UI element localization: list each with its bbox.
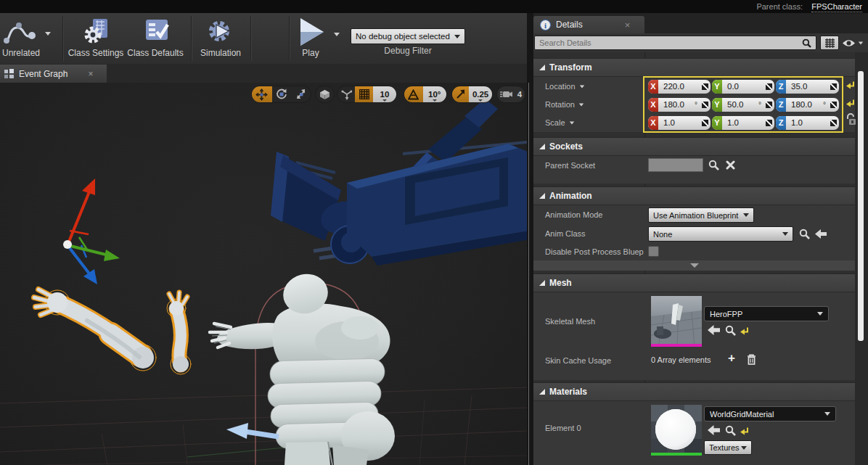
camera-speed-button[interactable] <box>497 86 515 102</box>
viewport-scene <box>0 83 527 465</box>
parent-class-value[interactable]: FPSCharacter <box>811 2 862 12</box>
rotation-snap-toggle[interactable] <box>404 86 423 102</box>
class-defaults-icon[interactable] <box>144 17 170 45</box>
details-scrollbar[interactable] <box>858 71 864 341</box>
transform-highlight-box <box>643 76 843 133</box>
section-materials[interactable]: Materials <box>533 382 855 401</box>
camera-mesh[interactable] <box>271 99 527 266</box>
scale-tool-button[interactable] <box>291 86 311 102</box>
anim-class-search-icon[interactable] <box>799 229 810 239</box>
unrelated-button[interactable]: Unrelated <box>0 48 42 58</box>
details-tab-close-icon[interactable]: × <box>625 20 631 30</box>
mesh-collapse-icon <box>539 280 545 286</box>
parent-socket-clear-icon[interactable] <box>726 160 735 170</box>
gizmo-z-arrow <box>70 248 91 276</box>
event-graph-icon <box>4 69 15 79</box>
view-options-button[interactable] <box>842 36 865 50</box>
skin-cache-delete-icon[interactable] <box>747 354 756 365</box>
tab-details[interactable]: i Details × <box>533 16 644 33</box>
display-options-button[interactable] <box>820 36 839 50</box>
gizmo-mode-group <box>251 86 311 103</box>
parent-socket-input[interactable] <box>648 158 703 172</box>
skeletal-use-selected-icon[interactable] <box>708 325 720 335</box>
skeletal-reset-icon[interactable] <box>740 326 749 335</box>
grid-snap-value-dropdown[interactable]: 10 <box>373 86 396 102</box>
play-dropdown-caret[interactable] <box>334 33 340 36</box>
skeletal-mesh-thumbnail[interactable] <box>651 296 702 347</box>
play-icon[interactable] <box>296 17 327 47</box>
grid-snap-group: 10 <box>337 86 397 103</box>
transform-collapse-icon <box>539 65 545 70</box>
material-value: WorldGridMaterial <box>710 410 824 419</box>
animation-mode-dropdown[interactable]: Use Animation Blueprint <box>648 207 754 223</box>
mannequin-mesh[interactable] <box>210 269 395 465</box>
skin-cache-add-icon[interactable]: + <box>728 351 735 366</box>
skin-cache-value: 0 Array elements <box>651 355 711 364</box>
details-tab-label: Details <box>556 20 583 30</box>
parent-class-label: Parent class: <box>756 2 803 11</box>
rotate-tool-button[interactable] <box>272 86 292 102</box>
scale-label[interactable]: Scale <box>545 118 575 127</box>
section-animation[interactable]: Animation <box>533 186 855 205</box>
disable-post-process-label: Disable Post Process Bluep <box>545 247 644 256</box>
coord-system-group <box>315 86 335 103</box>
unrelated-dropdown-caret[interactable] <box>45 32 51 36</box>
floor-grid <box>0 387 527 465</box>
debug-filter-label: Debug Filter <box>351 46 465 56</box>
velocity-arrow <box>226 423 279 439</box>
animation-collapse-icon <box>539 193 545 199</box>
rotation-label[interactable]: Rotation <box>545 100 584 109</box>
scale-lock-icon[interactable] <box>846 113 856 125</box>
tab-close-icon[interactable]: × <box>88 69 93 79</box>
parent-socket-label: Parent Socket <box>545 161 595 170</box>
title-bar <box>0 0 868 13</box>
materials-collapse-icon <box>539 389 545 395</box>
surface-snap-button[interactable] <box>337 86 355 102</box>
details-info-icon: i <box>540 20 551 30</box>
play-button[interactable]: Play <box>289 48 332 58</box>
simulation-icon[interactable] <box>208 17 235 45</box>
simulation-button[interactable]: Simulation <box>192 48 250 58</box>
class-settings-button[interactable]: Class Settings <box>67 48 125 58</box>
class-settings-icon[interactable] <box>84 17 109 45</box>
search-details-input[interactable]: Search Details <box>534 36 816 50</box>
textures-dropdown[interactable]: Textures <box>704 440 752 455</box>
element0-label: Element 0 <box>545 424 581 432</box>
grid-snap-toggle[interactable] <box>355 86 373 102</box>
animation-expand-strip[interactable] <box>533 260 855 271</box>
section-mesh[interactable]: Mesh <box>533 273 855 292</box>
material-reset-icon[interactable] <box>740 427 749 435</box>
world-local-toggle[interactable] <box>316 86 334 102</box>
location-label[interactable]: Location <box>545 82 585 91</box>
anim-class-use-selected-icon[interactable] <box>815 229 827 239</box>
material-use-selected-icon[interactable] <box>708 425 720 435</box>
search-placeholder: Search Details <box>539 38 802 47</box>
hide-unrelated-icon[interactable] <box>3 19 41 46</box>
view-options-caret <box>859 41 863 44</box>
transform-gizmo[interactable] <box>63 178 120 284</box>
section-transform[interactable]: Transform <box>533 58 855 77</box>
scale-snap-value-dropdown[interactable]: 0.25 <box>469 86 492 102</box>
parent-socket-search-icon[interactable] <box>708 160 719 170</box>
skeletal-mesh-dropdown[interactable]: HeroFPP <box>704 306 829 321</box>
skeletal-browse-icon[interactable] <box>725 325 736 336</box>
anim-class-dropdown[interactable]: None <box>648 226 793 242</box>
reset-location-icon[interactable] <box>846 81 855 89</box>
section-sockets[interactable]: Sockets <box>533 137 855 156</box>
reset-rotation-icon[interactable] <box>846 99 855 107</box>
search-icon <box>802 38 811 48</box>
scale-snap-toggle[interactable] <box>452 86 469 102</box>
material-dropdown[interactable]: WorldGridMaterial <box>704 406 836 421</box>
tab-event-graph[interactable]: Event Graph × <box>0 65 107 83</box>
class-defaults-button[interactable]: Class Defaults <box>126 48 184 58</box>
selected-arms-mesh[interactable] <box>34 289 191 374</box>
material-browse-icon[interactable] <box>725 425 736 436</box>
move-tool-button[interactable] <box>252 86 272 102</box>
rotation-snap-value-dropdown[interactable]: 10° <box>423 86 446 102</box>
animation-mode-label: Animation Mode <box>545 210 603 219</box>
grid-snap-value: 10 <box>377 90 393 99</box>
disable-post-process-checkbox[interactable] <box>648 246 659 257</box>
debug-object-dropdown[interactable]: No debug object selected <box>351 28 465 44</box>
material-thumbnail[interactable] <box>651 405 702 456</box>
camera-speed-value[interactable]: 4 <box>515 86 525 102</box>
